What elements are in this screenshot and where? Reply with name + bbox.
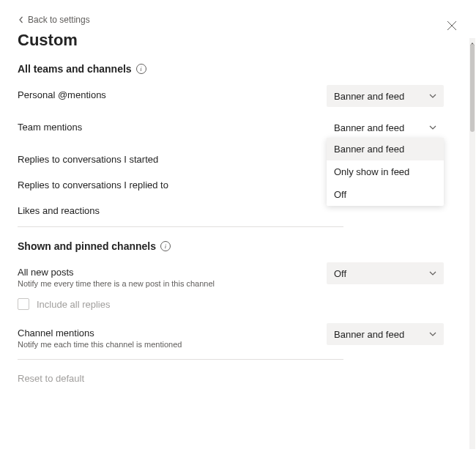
- dropdown-team-mentions[interactable]: Banner and feed Banner and feed Only sho…: [327, 117, 444, 139]
- row-include-replies[interactable]: Include all replies: [18, 298, 444, 310]
- dropdown-value: Banner and feed: [334, 122, 404, 133]
- label-all-new-posts-text: All new posts: [18, 267, 74, 278]
- chevron-down-icon: [429, 125, 436, 130]
- dropdown-option-banner-feed[interactable]: Banner and feed: [327, 138, 444, 160]
- dropdown-all-new-posts[interactable]: Off: [327, 262, 444, 284]
- chevron-left-icon: [18, 16, 25, 23]
- label-likes-reactions: Likes and reactions: [18, 201, 327, 216]
- label-all-new-posts: All new posts Notify me every time there…: [18, 262, 327, 288]
- close-button[interactable]: [445, 19, 458, 32]
- dropdown-value: Off: [334, 268, 346, 279]
- label-channel-mentions-text: Channel mentions: [18, 328, 94, 339]
- dropdown-value: Banner and feed: [334, 91, 404, 102]
- info-icon[interactable]: i: [160, 241, 171, 251]
- section-shown-pinned-title: Shown and pinned channels: [18, 240, 156, 252]
- dropdown-personal-mentions[interactable]: Banner and feed: [327, 85, 444, 107]
- page-title: Custom: [18, 31, 444, 50]
- label-team-mentions: Team mentions: [18, 117, 327, 133]
- label-replies-started: Replies to conversations I started: [18, 149, 327, 165]
- row-all-new-posts: All new posts Notify me every time there…: [18, 262, 444, 288]
- section-divider: [18, 226, 343, 227]
- dropdown-option-only-feed[interactable]: Only show in feed: [327, 160, 444, 183]
- reset-to-default-link[interactable]: Reset to default: [18, 373, 444, 384]
- section-all-teams-header: All teams and channels i: [18, 63, 444, 75]
- dropdown-menu-team-mentions: Banner and feed Only show in feed Off: [327, 138, 444, 206]
- dropdown-option-off[interactable]: Off: [327, 183, 444, 206]
- label-channel-mentions: Channel mentions Notify me each time thi…: [18, 323, 327, 349]
- chevron-down-icon: [429, 332, 436, 336]
- section-all-teams-title: All teams and channels: [18, 63, 132, 75]
- row-channel-mentions: Channel mentions Notify me each time thi…: [18, 323, 444, 349]
- sublabel-channel-mentions: Notify me each time this channel is ment…: [18, 340, 327, 349]
- back-label: Back to settings: [28, 15, 90, 25]
- section-shown-pinned-header: Shown and pinned channels i: [18, 240, 444, 252]
- section-divider: [18, 359, 343, 360]
- chevron-down-icon: [429, 94, 436, 98]
- sublabel-all-new-posts: Notify me every time there is a new post…: [18, 279, 327, 288]
- dropdown-channel-mentions[interactable]: Banner and feed: [327, 323, 444, 345]
- label-personal-mentions: Personal @mentions: [18, 85, 327, 100]
- scrollbar-thumb[interactable]: [470, 44, 475, 132]
- checkbox-include-replies[interactable]: [18, 298, 29, 310]
- back-to-settings-link[interactable]: Back to settings: [18, 15, 444, 25]
- close-icon: [447, 21, 457, 31]
- label-replies-replied: Replies to conversations I replied to: [18, 175, 327, 190]
- row-team-mentions: Team mentions Banner and feed Banner and…: [18, 117, 444, 139]
- dropdown-value: Banner and feed: [334, 329, 404, 340]
- chevron-down-icon: [429, 271, 436, 275]
- label-include-replies: Include all replies: [37, 299, 110, 310]
- info-icon[interactable]: i: [136, 64, 146, 74]
- row-personal-mentions: Personal @mentions Banner and feed: [18, 85, 444, 107]
- settings-panel: Back to settings Custom All teams and ch…: [0, 0, 461, 399]
